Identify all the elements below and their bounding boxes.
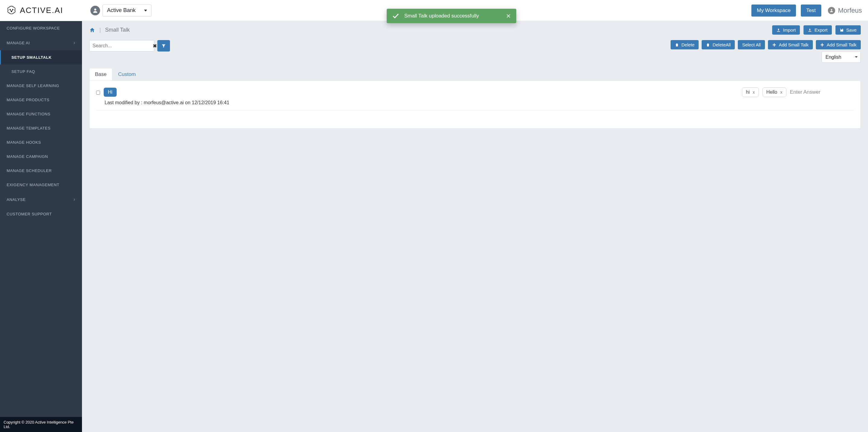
sidebar-item-label: MANAGE FUNCTIONS [7, 112, 50, 116]
sidebar-item-label: CUSTOMER SUPPORT [7, 212, 52, 216]
sidebar-item-label: MANAGE TEMPLATES [7, 126, 51, 130]
sidebar-item-manage-templates[interactable]: MANAGE TEMPLATES [0, 121, 82, 135]
sidebar-item-label: MANAGE SCHEDULER [7, 168, 52, 173]
button-label: Add Small Talk [827, 42, 857, 47]
check-icon [392, 12, 399, 20]
svg-rect-7 [777, 31, 780, 32]
sidebar-item-setup-smalltalk[interactable]: SETUP SMALLTALK [0, 50, 82, 64]
entry-last-modified: Last modified by : morfeus@active.ai on … [104, 100, 854, 105]
chip-remove-icon[interactable]: x [780, 90, 782, 95]
add-small-talk-button-2[interactable]: Add Small Talk [816, 40, 861, 49]
save-button[interactable]: Save [835, 25, 861, 35]
my-workspace-button[interactable]: My Workspace [751, 4, 796, 16]
sidebar-item-analyse[interactable]: ANALYSE › [0, 192, 82, 207]
content-tabs: Base Custom [89, 68, 861, 80]
button-label: Delete [681, 42, 694, 47]
trash-icon [706, 43, 710, 47]
workspace-avatar-icon [90, 6, 100, 15]
sidebar-item-label: ANALYSE [7, 197, 26, 202]
sidebar-item-customer-support[interactable]: CUSTOMER SUPPORT [0, 207, 82, 221]
toast-message: Small Talk uploaded successfully [404, 13, 501, 19]
entry-checkbox[interactable] [96, 91, 100, 95]
topbar: ACTIVE.AI Active Bank Small Talk uploade… [0, 0, 868, 21]
upload-icon [776, 28, 781, 32]
download-icon [808, 28, 812, 32]
sidebar-item-label: MANAGE CAMPAIGN [7, 154, 48, 159]
smalltalk-entry: Hi hi x Hello x Last modified by : morfe… [96, 87, 854, 110]
breadcrumb-separator: | [99, 27, 101, 33]
sidebar-item-label: CONFIGURE WORKSPACE [7, 26, 60, 30]
chevron-right-icon: › [73, 40, 75, 45]
sidebar-item-manage-hooks[interactable]: MANAGE HOOKS [0, 135, 82, 149]
page-action-buttons: Import Export Save [772, 25, 861, 35]
svg-rect-8 [809, 31, 811, 32]
topbar-right: My Workspace Test Morfeus [751, 4, 862, 16]
clear-search-icon[interactable]: ✖ [153, 43, 157, 49]
tab-base[interactable]: Base [89, 68, 113, 80]
sidebar-item-manage-ai[interactable]: MANAGE AI › [0, 35, 82, 50]
toast-close-button[interactable] [506, 13, 511, 19]
caret-down-icon [144, 10, 147, 11]
sidebar-item-label: MANAGE AI [7, 41, 30, 45]
filter-button[interactable] [157, 40, 170, 52]
user-name-label: Morfeus [838, 7, 862, 14]
filter-icon [161, 43, 166, 48]
success-toast: Small Talk uploaded successfully [387, 9, 516, 23]
plus-icon [772, 43, 776, 47]
brand-name: ACTIVE.AI [20, 6, 63, 15]
button-label: Add Small Talk [779, 42, 809, 47]
sidebar-item-label: EXIGENCY MANAGEMENT [7, 182, 59, 187]
breadcrumb-home[interactable] [89, 27, 95, 33]
answer-input[interactable] [790, 89, 854, 95]
tab-custom[interactable]: Custom [113, 68, 142, 80]
main-content: | Small Talk Import Export Save [82, 21, 868, 432]
sidebar-item-configure-workspace[interactable]: CONFIGURE WORKSPACE [0, 21, 82, 35]
add-small-talk-button-1[interactable]: Add Small Talk [768, 40, 813, 49]
utterance-chip[interactable]: Hello x [763, 87, 786, 97]
sidebar-item-label: MANAGE SELF LEARNING [7, 84, 59, 88]
save-icon [840, 28, 844, 32]
sidebar-item-manage-campaign[interactable]: MANAGE CAMPAIGN [0, 149, 82, 164]
chip-label: hi [746, 90, 749, 95]
user-menu[interactable]: Morfeus [828, 7, 862, 14]
chip-remove-icon[interactable]: x [753, 90, 755, 95]
sidebar-item-setup-faq[interactable]: SETUP FAQ [0, 64, 82, 79]
svg-rect-12 [821, 44, 824, 45]
plus-icon [820, 43, 824, 47]
sidebar-item-exigency-management[interactable]: EXIGENCY MANAGEMENT [0, 178, 82, 192]
smalltalk-panel: Hi hi x Hello x Last modified by : morfe… [89, 80, 861, 129]
button-label: Save [846, 27, 857, 33]
brand-logo[interactable]: ACTIVE.AI [6, 5, 84, 16]
search-input[interactable] [93, 43, 153, 48]
workspace-select[interactable]: Active Bank [102, 4, 152, 16]
sidebar-item-label: MANAGE PRODUCTS [7, 98, 50, 102]
sidebar-item-label: SETUP SMALLTALK [11, 55, 52, 60]
test-button[interactable]: Test [801, 4, 821, 16]
language-select[interactable]: English [822, 51, 861, 63]
sidebar-item-label: SETUP FAQ [11, 69, 35, 74]
brain-icon [6, 5, 17, 16]
trash-icon [675, 43, 679, 47]
export-button[interactable]: Export [804, 25, 832, 35]
button-label: Export [814, 27, 827, 33]
sidebar-footer: Copyright © 2020 Active Intelligence Pte… [0, 417, 82, 432]
import-button[interactable]: Import [772, 25, 800, 35]
workspace-switcher: Active Bank [90, 4, 152, 16]
svg-point-6 [831, 9, 832, 10]
sidebar-item-manage-products[interactable]: MANAGE PRODUCTS [0, 93, 82, 107]
svg-point-3 [94, 8, 96, 10]
button-label: DeleteAll [712, 42, 731, 47]
utterance-chip[interactable]: hi x [742, 87, 758, 97]
entry-primary-tag[interactable]: Hi [104, 88, 117, 97]
search-box: ✖ [89, 40, 154, 52]
breadcrumb: | Small Talk [89, 27, 130, 33]
chip-label: Hello [767, 90, 777, 95]
sidebar-item-manage-scheduler[interactable]: MANAGE SCHEDULER [0, 164, 82, 178]
delete-button[interactable]: Delete [671, 40, 699, 49]
breadcrumb-current: Small Talk [105, 27, 130, 33]
delete-all-button[interactable]: DeleteAll [702, 40, 735, 49]
select-all-button[interactable]: Select All [738, 40, 765, 49]
sidebar-item-manage-self-learning[interactable]: MANAGE SELF LEARNING [0, 79, 82, 93]
chevron-right-icon: › [73, 197, 75, 202]
sidebar-item-manage-functions[interactable]: MANAGE FUNCTIONS [0, 107, 82, 121]
